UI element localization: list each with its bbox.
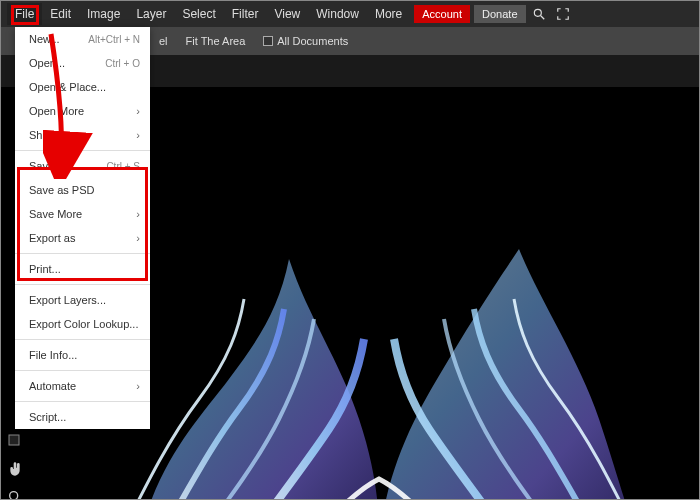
dd-separator xyxy=(15,339,150,340)
dd-item-share[interactable]: Share› xyxy=(15,123,150,147)
zoom-tool-icon[interactable] xyxy=(5,487,25,500)
dd-item-label: Script... xyxy=(29,411,66,423)
dd-item-label: Save as PSD xyxy=(29,184,94,196)
dd-item-export-as[interactable]: Export as› xyxy=(15,226,150,250)
dd-item-script[interactable]: Script... xyxy=(15,405,150,429)
dd-item-save-as-psd[interactable]: Save as PSD xyxy=(15,178,150,202)
dd-item-label: Open... xyxy=(29,57,65,69)
dd-item-print[interactable]: Print... xyxy=(15,257,150,281)
chevron-right-icon: › xyxy=(136,105,140,117)
search-icon[interactable] xyxy=(532,7,546,21)
opt-all-documents[interactable]: All Documents xyxy=(263,35,348,47)
dd-item-automate[interactable]: Automate› xyxy=(15,374,150,398)
dd-item-shortcut: Ctrl + O xyxy=(105,58,140,69)
chevron-right-icon: › xyxy=(136,129,140,141)
dd-item-label: File Info... xyxy=(29,349,77,361)
dd-item-label: Open & Place... xyxy=(29,81,106,93)
dd-item-open[interactable]: Open...Ctrl + O xyxy=(15,51,150,75)
dd-item-save-more[interactable]: Save More› xyxy=(15,202,150,226)
dd-separator xyxy=(15,284,150,285)
dd-item-new[interactable]: New...Alt+Ctrl + N xyxy=(15,27,150,51)
dd-separator xyxy=(15,401,150,402)
dd-item-label: Save xyxy=(29,160,54,172)
dd-item-label: New... xyxy=(29,33,60,45)
menu-filter[interactable]: Filter xyxy=(224,3,267,25)
menu-image[interactable]: Image xyxy=(79,3,128,25)
dd-separator xyxy=(15,253,150,254)
account-button[interactable]: Account xyxy=(414,5,470,23)
opt-pixel: el xyxy=(159,35,168,47)
dd-item-export-layers[interactable]: Export Layers... xyxy=(15,288,150,312)
menu-layer[interactable]: Layer xyxy=(128,3,174,25)
dd-item-shortcut: Ctrl + S xyxy=(106,161,140,172)
dd-item-label: Export Layers... xyxy=(29,294,106,306)
menu-select[interactable]: Select xyxy=(174,3,223,25)
menu-window[interactable]: Window xyxy=(308,3,367,25)
chevron-right-icon: › xyxy=(136,208,140,220)
dd-item-file-info[interactable]: File Info... xyxy=(15,343,150,367)
chevron-right-icon: › xyxy=(136,380,140,392)
checkbox-icon[interactable] xyxy=(263,36,273,46)
dd-item-label: Print... xyxy=(29,263,61,275)
menu-view[interactable]: View xyxy=(266,3,308,25)
svg-line-1 xyxy=(540,16,544,20)
menu-file[interactable]: File xyxy=(7,3,42,25)
dd-item-open-more[interactable]: Open More› xyxy=(15,99,150,123)
svg-point-4 xyxy=(10,492,18,500)
hand-tool-icon[interactable] xyxy=(5,459,25,479)
dd-item-label: Export Color Lookup... xyxy=(29,318,138,330)
dd-item-label: Save More xyxy=(29,208,82,220)
fullscreen-icon[interactable] xyxy=(556,7,570,21)
menubar-icons xyxy=(532,7,570,21)
file-dropdown: New...Alt+Ctrl + NOpen...Ctrl + OOpen & … xyxy=(15,27,150,429)
donate-button[interactable]: Donate xyxy=(474,5,525,23)
menu-more[interactable]: More xyxy=(367,3,410,25)
menu-edit[interactable]: Edit xyxy=(42,3,79,25)
dd-item-label: Automate xyxy=(29,380,76,392)
dd-item-label: Share xyxy=(29,129,58,141)
chevron-right-icon: › xyxy=(136,232,140,244)
dd-item-save[interactable]: SaveCtrl + S xyxy=(15,154,150,178)
svg-point-0 xyxy=(534,9,541,16)
dd-separator xyxy=(15,150,150,151)
dd-separator xyxy=(15,370,150,371)
dd-item-label: Export as xyxy=(29,232,75,244)
dd-item-export-color-lookup[interactable]: Export Color Lookup... xyxy=(15,312,150,336)
menubar: File Edit Image Layer Select Filter View… xyxy=(1,1,699,27)
dd-item-open-place[interactable]: Open & Place... xyxy=(15,75,150,99)
left-toolbar xyxy=(3,431,27,500)
dd-item-label: Open More xyxy=(29,105,84,117)
opt-all-documents-label: All Documents xyxy=(277,35,348,47)
tool-swatch[interactable] xyxy=(5,431,25,451)
svg-rect-3 xyxy=(9,435,19,445)
opt-fit-area[interactable]: Fit The Area xyxy=(186,35,246,47)
canvas-image xyxy=(79,159,679,499)
dd-item-shortcut: Alt+Ctrl + N xyxy=(88,34,140,45)
